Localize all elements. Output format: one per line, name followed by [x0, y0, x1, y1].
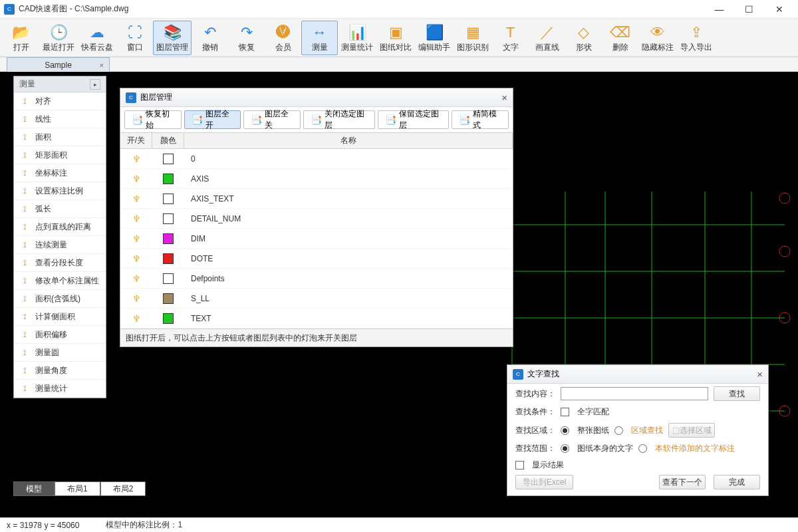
document-tab[interactable]: Sample ×: [7, 57, 110, 72]
range-drawing-radio[interactable]: [561, 444, 569, 453]
measure-item[interactable]: ⟟点到直线的距离: [14, 218, 106, 236]
layer-row[interactable]: ♆ DOTE: [120, 249, 513, 269]
whole-word-checkbox[interactable]: [561, 408, 569, 416]
panel-collapse-icon[interactable]: ▸: [90, 79, 100, 90]
measure-item[interactable]: ⟟矩形面积: [14, 146, 106, 164]
layer-toolbar-button[interactable]: 📑精简模式: [452, 110, 509, 129]
toolbar-撤销[interactable]: ↶撤销: [192, 21, 228, 55]
dialog-close-icon[interactable]: ×: [501, 92, 507, 103]
layout-tab[interactable]: 模型: [13, 481, 55, 496]
area-whole-label: 整张图纸: [577, 425, 609, 436]
toolbar-画直线[interactable]: ／画直线: [529, 21, 565, 55]
measure-item[interactable]: ⟟线性: [14, 110, 106, 128]
layer-bulb-icon[interactable]: ♆: [120, 194, 152, 204]
toolbar-图纸对比[interactable]: ▣图纸对比: [376, 21, 415, 55]
layer-bulb-icon[interactable]: ♆: [120, 273, 152, 284]
measure-item[interactable]: ⟟修改单个标注属性: [14, 272, 106, 290]
toolbar-最近打开[interactable]: 🕒最近打开: [39, 21, 78, 55]
toolbar-会员[interactable]: 🅥会员: [265, 21, 301, 55]
area-whole-radio[interactable]: [561, 426, 569, 435]
dialog-close-icon[interactable]: ×: [757, 368, 763, 380]
measure-item[interactable]: ⟟对齐: [14, 92, 106, 110]
measure-item[interactable]: ⟟连续测量: [14, 236, 106, 254]
layer-row[interactable]: ♆ AXIS: [120, 169, 513, 189]
layer-row[interactable]: ♆ Defpoints: [120, 269, 513, 289]
layer-row[interactable]: ♆ DETAIL_NUM: [120, 209, 513, 229]
layer-color-swatch[interactable]: [152, 233, 184, 244]
layer-bulb-icon[interactable]: ♆: [120, 154, 152, 164]
toolbar-打开[interactable]: 📂打开: [3, 21, 39, 55]
toolbar-图层管理[interactable]: 📚图层管理: [153, 21, 192, 55]
toolbar-icon: ▦: [466, 23, 480, 42]
layer-bulb-icon[interactable]: ♆: [120, 313, 152, 324]
layout-tab[interactable]: 布局2: [100, 481, 146, 496]
layer-bulb-icon[interactable]: ♆: [120, 293, 152, 304]
layer-bulb-icon[interactable]: ♆: [120, 253, 152, 264]
layer-color-swatch[interactable]: [152, 273, 184, 284]
layer-color-swatch[interactable]: [152, 194, 184, 204]
find-content-input[interactable]: [561, 387, 708, 400]
layer-row[interactable]: ♆ S_LL: [120, 289, 513, 309]
layer-color-swatch[interactable]: [152, 253, 184, 264]
find-next-button[interactable]: 查看下一个: [659, 475, 706, 489]
layer-bulb-icon[interactable]: ♆: [120, 233, 152, 244]
measure-item[interactable]: ⟟面积: [14, 128, 106, 146]
toolbar-导入导出[interactable]: ⇪导入导出: [677, 21, 716, 55]
toolbar-恢复[interactable]: ↷恢复: [228, 21, 265, 55]
measure-item[interactable]: ⟟测量统计: [14, 380, 106, 398]
show-results-checkbox[interactable]: [515, 461, 524, 469]
layer-btn-label: 关闭选定图层: [325, 108, 368, 131]
toolbar-删除[interactable]: ⌫删除: [602, 21, 638, 55]
layer-color-swatch[interactable]: [152, 174, 184, 184]
layer-bulb-icon[interactable]: ♆: [120, 213, 152, 224]
export-excel-button[interactable]: 导出到Excel: [515, 475, 573, 489]
layout-tab[interactable]: 布局1: [55, 481, 100, 496]
measure-item[interactable]: ⟟设置标注比例: [14, 182, 106, 200]
dialog-header[interactable]: C 文字查找 ×: [507, 365, 768, 384]
toolbar-文字[interactable]: T文字: [492, 21, 529, 55]
toolbar-测量[interactable]: ↔测量: [301, 21, 338, 55]
range-annot-radio[interactable]: [638, 444, 647, 453]
select-region-button[interactable]: ⬚ 选择区域: [668, 423, 715, 438]
layer-toolbar-button[interactable]: 📑图层全关: [243, 110, 301, 129]
layer-row[interactable]: ♆ DIM: [120, 229, 513, 249]
layer-color-swatch[interactable]: [152, 293, 184, 304]
area-region-radio[interactable]: [614, 426, 623, 435]
measure-item[interactable]: ⟟坐标标注: [14, 164, 106, 182]
layer-row[interactable]: ♆ 0: [120, 149, 513, 169]
toolbar-label: 撤销: [202, 42, 218, 53]
measure-item[interactable]: ⟟查看分段长度: [14, 254, 106, 272]
measure-item[interactable]: ⟟计算侧面积: [14, 308, 106, 326]
layer-toolbar-button[interactable]: 📑关闭选定图层: [303, 110, 375, 129]
layer-color-swatch[interactable]: [152, 154, 184, 164]
measure-item[interactable]: ⟟面积偏移: [14, 326, 106, 344]
layer-color-swatch[interactable]: [152, 313, 184, 324]
layer-row[interactable]: ♆ AXIS_TEXT: [120, 189, 513, 209]
toolbar-测量统计[interactable]: 📊测量统计: [338, 21, 376, 55]
toolbar-形状[interactable]: ◇形状: [565, 21, 602, 55]
toolbar-编辑助手[interactable]: 🟦编辑助手: [415, 21, 454, 55]
dialog-header[interactable]: C 图层管理 ×: [120, 88, 513, 107]
done-button[interactable]: 完成: [714, 475, 760, 489]
layer-row[interactable]: ♆ TEXT: [120, 309, 513, 329]
toolbar-隐藏标注[interactable]: 👁隐藏标注: [638, 21, 677, 55]
layer-bulb-icon[interactable]: ♆: [120, 174, 152, 184]
minimize-button[interactable]: —: [704, 0, 734, 19]
measure-item[interactable]: ⟟测量角度: [14, 362, 106, 380]
measure-item[interactable]: ⟟测量圆: [14, 344, 106, 362]
close-button[interactable]: ✕: [764, 0, 794, 19]
find-button[interactable]: 查找: [714, 386, 760, 401]
layer-toolbar-button[interactable]: 📑恢复初始: [124, 110, 182, 129]
toolbar-图形识别[interactable]: ▦图形识别: [454, 21, 492, 55]
close-tab-icon[interactable]: ×: [100, 61, 104, 69]
measure-item-label: 测量圆: [35, 347, 59, 358]
toolbar-窗口[interactable]: ⛶窗口: [116, 21, 153, 55]
layer-toolbar-button[interactable]: 📑保留选定图层: [378, 110, 450, 129]
layer-color-swatch[interactable]: [152, 213, 184, 224]
layer-toolbar-button[interactable]: 📑图层全开: [184, 110, 241, 129]
toolbar-快看云盘[interactable]: ☁快看云盘: [78, 21, 116, 55]
maximize-button[interactable]: ☐: [734, 0, 764, 19]
measure-item[interactable]: ⟟面积(含弧线): [14, 290, 106, 308]
measure-item[interactable]: ⟟弧长: [14, 200, 106, 218]
toolbar-label: 隐藏标注: [642, 42, 674, 53]
